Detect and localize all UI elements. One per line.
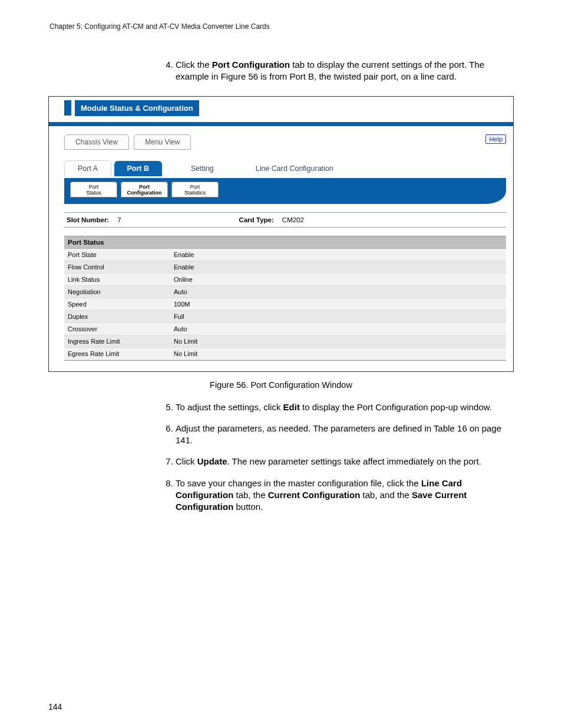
tab-port-a[interactable]: Port A: [64, 160, 111, 176]
bold-term: Edit: [283, 402, 300, 412]
table-row: Link StatusOnline: [64, 274, 506, 286]
window-title: Module Status & Configuration: [75, 100, 199, 116]
table-row: Ingress Rate LimitNo Limit: [64, 335, 506, 348]
help-button[interactable]: Help: [485, 134, 506, 144]
text: tab, the: [233, 490, 267, 500]
row-key: Port State: [68, 251, 174, 258]
bold-term: Port Configuration: [212, 60, 290, 70]
row-key: Negotiation: [68, 288, 174, 295]
row-value: Enable: [174, 251, 194, 258]
table-row: Egrees Rate LimitNo Limit: [64, 348, 506, 360]
title-accent: [64, 100, 71, 116]
row-value: 100M: [174, 301, 190, 308]
tab-chassis-view[interactable]: Chassis View: [64, 134, 129, 150]
port-status-table: Port Status Port StateEnableFlow Control…: [64, 236, 506, 361]
subtab-line1: Port: [177, 184, 213, 190]
figure-caption: Figure 56. Port Configuration Window: [48, 380, 514, 390]
subtab-port-status[interactable]: Port Status: [70, 182, 117, 197]
subtab-port-configuration[interactable]: Port Configuration: [121, 182, 168, 197]
slot-number-label: Slot Number:: [67, 216, 109, 223]
table-row: Port StateEnable: [64, 249, 506, 261]
info-row: Slot Number: 7 Card Type: CM202: [64, 212, 506, 228]
instruction-step-4: Click the Port Configuration tab to disp…: [176, 59, 514, 83]
row-key: Egrees Rate Limit: [68, 350, 174, 357]
row-key: Crossover: [68, 325, 174, 332]
row-key: Ingress Rate Limit: [68, 338, 174, 345]
tab-line-card-configuration[interactable]: Line Card Configuration: [243, 160, 346, 176]
subtab-line2: Configuration: [126, 190, 163, 196]
row-value: Enable: [174, 263, 194, 271]
row-value: Auto: [174, 325, 187, 332]
subtab-line1: Port: [75, 184, 112, 190]
port-status-header: Port Status: [64, 236, 506, 249]
text: To save your changes in the master confi…: [176, 478, 421, 488]
figure-screenshot: Module Status & Configuration Chassis Vi…: [48, 96, 514, 372]
text: button.: [233, 502, 263, 512]
instruction-steps-5-8: To adjust the settings, click Edit to di…: [176, 401, 514, 513]
row-key: Duplex: [68, 313, 174, 320]
row-value: Auto: [174, 288, 187, 295]
text: Click: [176, 456, 197, 466]
row-key: Speed: [68, 301, 174, 308]
row-value: Full: [174, 313, 184, 320]
text: to display the Port Configuration pop-up…: [300, 402, 492, 412]
tab-menu-view[interactable]: Menu View: [134, 134, 191, 150]
row-value: No Limit: [174, 338, 197, 345]
table-row: NegotiationAuto: [64, 286, 506, 298]
card-type-label: Card Type:: [239, 216, 274, 223]
bold-term: Current Configuration: [268, 490, 361, 500]
text: tab, and the: [360, 490, 412, 500]
subtab-line2: Status: [75, 190, 112, 196]
row-key: Link Status: [68, 276, 174, 283]
row-value: No Limit: [174, 350, 197, 357]
subtab-line2: Statistics: [177, 190, 213, 196]
card-type-value: CM202: [282, 216, 304, 223]
table-row: Speed100M: [64, 298, 506, 311]
text: Click the: [176, 60, 212, 70]
bold-term: Update: [197, 456, 227, 466]
text: To adjust the settings, click: [176, 402, 283, 412]
subtab-line1: Port: [126, 184, 163, 190]
text: . The new parameter settings take affect…: [227, 456, 481, 466]
page-number: 144: [48, 702, 62, 711]
text: Adjust the parameters, as needed. The pa…: [176, 423, 501, 445]
table-row: CrossoverAuto: [64, 323, 506, 335]
row-key: Flow Control: [68, 263, 174, 271]
table-row: DuplexFull: [64, 311, 506, 323]
row-value: Online: [174, 276, 193, 283]
table-row: Flow ControlEnable: [64, 261, 506, 274]
title-underline: [49, 122, 513, 126]
subtab-port-statistics[interactable]: Port Statistics: [171, 182, 219, 197]
tab-port-b[interactable]: Port B: [114, 161, 163, 176]
tab-setting[interactable]: Setting: [178, 160, 227, 176]
chapter-header: Chapter 5: Configuring AT-CM and AT-CV M…: [48, 22, 514, 31]
